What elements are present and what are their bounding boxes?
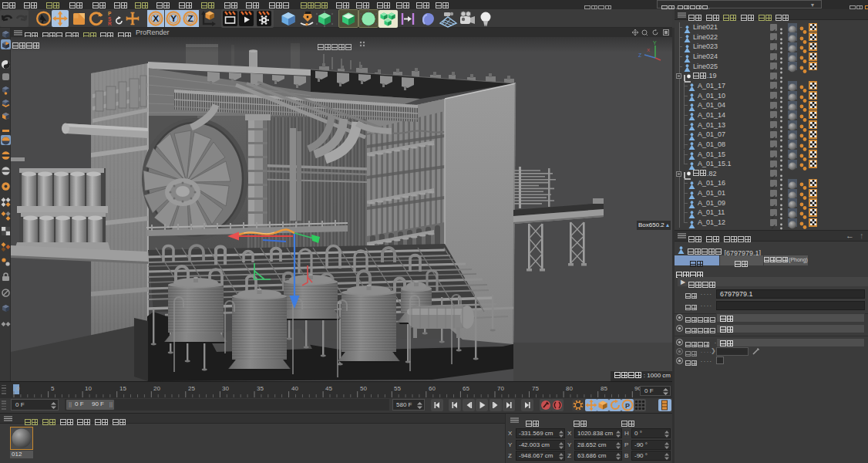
svg-text:0: 0: [16, 385, 20, 392]
svg-text:15: 15: [119, 385, 126, 392]
svg-text:P: P: [625, 402, 630, 410]
svg-text:30: 30: [222, 385, 229, 392]
svg-text:50: 50: [360, 385, 367, 392]
svg-text:80: 80: [566, 385, 573, 392]
svg-text:Z: Z: [638, 52, 642, 58]
svg-text:Y: Y: [170, 14, 177, 23]
svg-text:65: 65: [463, 385, 469, 392]
svg-text:85: 85: [601, 385, 607, 392]
svg-text:R: R: [108, 21, 112, 26]
svg-text:70: 70: [497, 385, 504, 392]
svg-text:25: 25: [188, 385, 195, 392]
svg-text:5: 5: [51, 385, 55, 392]
svg-text:Z: Z: [188, 14, 193, 23]
svg-text:35: 35: [257, 385, 264, 392]
svg-text:X: X: [153, 14, 159, 23]
svg-text:75: 75: [532, 385, 539, 392]
svg-text:60: 60: [429, 385, 436, 392]
svg-text:X: X: [647, 48, 650, 52]
svg-text:40: 40: [291, 385, 298, 392]
svg-text:55: 55: [394, 385, 401, 392]
svg-text:45: 45: [325, 385, 332, 392]
svg-text:10: 10: [85, 385, 92, 392]
svg-text:20: 20: [153, 385, 160, 392]
svg-text:Y: Y: [653, 40, 657, 46]
